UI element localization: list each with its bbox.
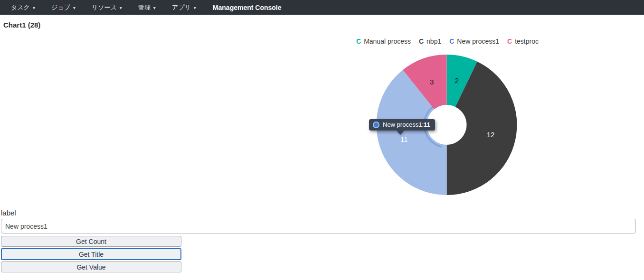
slice-value-label: 12 bbox=[487, 131, 495, 139]
get-count-button[interactable]: Get Count bbox=[1, 236, 181, 247]
slice-value-label: 11 bbox=[400, 135, 408, 143]
button-column: Get Count Get Title Get Value bbox=[1, 236, 181, 272]
tooltip-series-dot-icon bbox=[373, 121, 379, 128]
tooltip-arrow bbox=[397, 131, 404, 135]
tooltip-series-name: New process1 bbox=[383, 121, 422, 128]
get-value-button[interactable]: Get Value bbox=[1, 261, 181, 272]
page: タスク ▾ ジョブ ▾ リソース ▾ 管理 ▾ アプリ ▾ Management… bbox=[0, 0, 644, 280]
slice-value-label: 2 bbox=[455, 76, 458, 84]
slice-value-label: 3 bbox=[430, 78, 434, 86]
label-field-caption: label bbox=[1, 209, 16, 217]
chart-tooltip: New process1 : 11 bbox=[369, 119, 435, 131]
label-input[interactable] bbox=[1, 219, 636, 233]
tooltip-value: 11 bbox=[424, 121, 430, 128]
get-title-button[interactable]: Get Title bbox=[1, 248, 181, 260]
